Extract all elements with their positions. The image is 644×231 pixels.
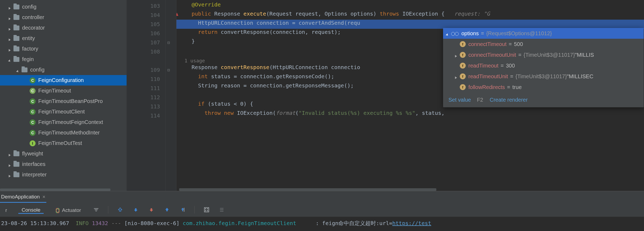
tree-item-feigntimeoutclient[interactable]: CFeignTimeoutClient (0, 106, 127, 117)
tree-item-interfaces[interactable]: interfaces (0, 159, 127, 169)
line-number[interactable]: 111 (127, 84, 165, 93)
folder-icon (22, 67, 27, 72)
spacer (24, 120, 28, 124)
chevron-down-icon[interactable] (8, 58, 12, 61)
svg-rect-10 (220, 209, 224, 210)
console-output[interactable]: 23-08-26 15:13:30.967 INFO 13432 --- [ni… (0, 217, 644, 231)
line-number[interactable]: 107 (127, 38, 165, 47)
tree-item-entity[interactable]: entity (0, 33, 127, 44)
step-up-cursor-icon[interactable] (179, 206, 186, 214)
fold-gutter[interactable]: ⊟⊟ (166, 0, 176, 191)
step-down-blue-icon[interactable] (132, 206, 140, 214)
tree-item-factory[interactable]: factory (0, 44, 127, 54)
debug-field-value: 500 (514, 41, 523, 47)
tree-item-fegin[interactable]: fegin (0, 54, 127, 65)
svg-rect-6 (207, 208, 208, 209)
line-number[interactable]: 109 (127, 65, 165, 74)
chevron-right-icon[interactable] (8, 152, 12, 156)
folder-icon (13, 151, 19, 156)
step-up-outline-icon[interactable] (116, 206, 124, 214)
code-line[interactable]: public Response execute(Request request,… (176, 10, 644, 20)
line-number[interactable]: 104 (127, 10, 165, 20)
chevron-right-icon[interactable] (8, 173, 12, 177)
step-up-blue-icon[interactable] (163, 206, 171, 214)
code-line[interactable]: @Override (176, 1, 644, 10)
actuator-tab[interactable]: Actuator (52, 206, 84, 213)
debugger-tab[interactable]: r (2, 206, 10, 213)
folder-icon (13, 36, 19, 41)
line-number[interactable]: 110 (127, 74, 165, 84)
evaluate-expression-icon[interactable] (203, 206, 210, 214)
filter-icon[interactable] (92, 206, 100, 214)
project-tree[interactable]: configcontrollerdecoratorentityfactoryfe… (0, 0, 127, 191)
svg-rect-8 (207, 210, 208, 211)
folder-icon (13, 162, 19, 167)
step-down-red-icon[interactable] (148, 206, 155, 214)
spacer (24, 99, 28, 103)
svg-rect-5 (205, 208, 206, 209)
close-icon[interactable]: × (43, 194, 46, 200)
tree-item-feigntimeoutmethodinter[interactable]: CFeignTimeoutMethodInter (0, 127, 127, 138)
tree-item-feigntimeoutfeigncontext[interactable]: CFeignTimeoutFeignContext (0, 117, 127, 127)
line-number[interactable]: 114 (127, 111, 165, 120)
tree-item-controller[interactable]: controller (0, 12, 127, 23)
console-url-link[interactable]: https://test (392, 220, 431, 226)
chevron-right-icon[interactable] (8, 37, 12, 40)
chevron-right-icon[interactable] (8, 16, 12, 19)
line-number[interactable]: 106 (127, 29, 165, 38)
tree-item-label: factory (22, 46, 38, 52)
chevron-right-icon[interactable] (8, 162, 12, 166)
line-number[interactable]: 113 (127, 102, 165, 111)
tree-item-decorator[interactable]: decorator (0, 23, 127, 33)
chevron-right-icon[interactable] (8, 47, 12, 51)
debug-field-followRedirects[interactable]: ffollowRedirects=true (443, 82, 644, 93)
tree-item-feigntimeoutbeanpostpro[interactable]: CFeignTimeoutBeanPostPro (0, 96, 127, 106)
tree-scrollbar[interactable] (0, 189, 110, 191)
actuator-icon (55, 208, 60, 213)
tree-item-feigntimeouttest[interactable]: IFeignTimeOutTest (0, 138, 127, 148)
chevron-right-icon[interactable] (454, 53, 458, 57)
debug-toolbar[interactable]: r Console Actuator (0, 203, 644, 217)
folder-icon (13, 5, 19, 9)
line-number[interactable]: 112 (127, 93, 165, 102)
chevron-right-icon[interactable] (454, 74, 458, 78)
chevron-down-icon[interactable] (446, 31, 450, 35)
tree-item-interpreter[interactable]: interpreter (0, 169, 127, 180)
field-icon: f (460, 63, 466, 69)
fold-toggle-icon[interactable]: ⊟ (167, 67, 171, 71)
tree-item-config[interactable]: config (0, 2, 127, 12)
code-line[interactable]: throw new IOException(format("Invalid st… (176, 110, 644, 119)
debug-field-connectTimeoutUnit[interactable]: fconnectTimeoutUnit={TimeUnit$3@11017} "… (443, 49, 644, 60)
line-number[interactable]: 105 (127, 20, 165, 29)
line-number[interactable]: 108 (127, 47, 165, 56)
trace-current-icon[interactable] (218, 206, 226, 214)
debug-field-value: true (512, 84, 521, 90)
debug-field-readTimeout[interactable]: freadTimeout=300 (443, 60, 644, 71)
tree-item-config[interactable]: config (0, 65, 127, 75)
class-icon: C (30, 109, 36, 115)
fold-toggle-icon[interactable]: ⊟ (167, 40, 171, 44)
line-number[interactable]: 103 (127, 1, 165, 10)
create-renderer-link[interactable]: Create renderer (490, 97, 528, 103)
tree-item-feigntimeout[interactable]: CFeignTimeout (0, 86, 127, 96)
debug-inspect-popup[interactable]: options = {Request$Options@11012} fconne… (443, 28, 644, 107)
chevron-down-icon[interactable] (16, 68, 20, 72)
debug-variable-root[interactable]: options = {Request$Options@11012} (443, 28, 644, 39)
run-tabs[interactable]: DemoApplication × (0, 191, 644, 203)
editor-gutter: 103104105106107108 109110111112113114 (127, 0, 166, 191)
tree-item-label: FeignTimeoutBeanPostPro (38, 98, 103, 104)
code-line[interactable]: HttpURLConnection connection = convertAn… (176, 20, 644, 29)
run-tab-demoapplication[interactable]: DemoApplication × (0, 192, 46, 203)
debug-field-connectTimeout[interactable]: fconnectTimeout=500 (443, 39, 644, 49)
debug-field-readTimeoutUnit[interactable]: freadTimeoutUnit={TimeUnit$3@11017} "MIL… (443, 71, 644, 82)
set-value-link[interactable]: Set value (448, 97, 471, 103)
debug-field-objref: {TimeUnit$3@11017} (516, 73, 567, 80)
tree-item-feignconfiguration[interactable]: CFeignConfiguration (0, 75, 127, 86)
chevron-right-icon[interactable] (8, 5, 12, 9)
tree-item-flyweight[interactable]: flyweight (0, 148, 127, 159)
chevron-right-icon[interactable] (8, 26, 12, 30)
editor-scrollbar[interactable] (179, 188, 436, 191)
console-tab[interactable]: Console (18, 206, 44, 214)
test-class-icon: I (30, 140, 36, 146)
tree-item-label: interfaces (22, 161, 46, 167)
